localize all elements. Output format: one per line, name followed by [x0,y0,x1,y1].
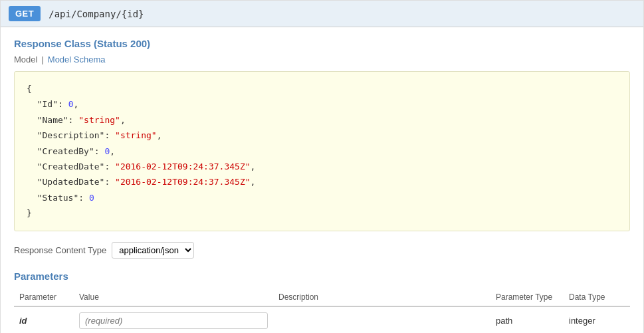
api-body: Response Class (Status 200) Model | Mode… [1,27,643,333]
field-updateddate-value: "2016-02-12T09:24:37.345Z" [115,177,251,187]
param-description-cell [273,306,490,333]
param-name-cell: id [14,306,74,333]
field-createddate-key: "CreatedDate": [27,162,115,171]
param-datatype-cell: integer [564,306,630,333]
col-header-datatype: Data Type [564,288,630,306]
param-value-input[interactable] [79,312,268,329]
field-createddate-value: "2016-02-12T09:24:37.345Z" [115,162,251,171]
api-path: /api/Company/{id} [49,9,144,19]
model-schema-tab[interactable]: Model Schema [48,55,106,64]
content-type-select[interactable]: application/json [112,242,194,259]
table-header-row: Parameter Value Description Parameter Ty… [14,288,630,306]
parameters-title: Parameters [14,271,630,282]
api-header: GET /api/Company/{id} [1,1,643,27]
content-type-row: Response Content Type application/json [14,242,630,259]
field-desc-value: "string" [115,130,157,140]
col-header-paramtype: Parameter Type [490,288,564,306]
param-datatype: integer [569,316,595,326]
field-status-value: 0 [89,193,94,203]
field-desc-key: "Description": [27,130,115,140]
param-type: path [496,316,512,326]
col-header-value: Value [74,288,273,306]
col-header-description: Description [273,288,490,306]
field-updateddate-key: "UpdatedDate": [27,177,115,187]
table-row: id path integer [14,306,630,333]
model-label: Model [14,55,37,64]
content-type-label: Response Content Type [14,245,106,255]
api-container: GET /api/Company/{id} Response Class (St… [0,0,644,333]
field-name-value: "string" [78,115,120,125]
open-bracket: { [27,84,32,94]
close-bracket: } [27,208,32,218]
tab-separator: | [41,55,43,64]
col-header-parameter: Parameter [14,288,74,306]
schema-box: { "Id": 0, "Name": "string", "Descriptio… [14,71,630,231]
parameters-table: Parameter Value Description Parameter Ty… [14,288,630,333]
model-tabs: Model | Model Schema [14,55,630,64]
field-name-key: "Name": [27,115,78,125]
method-badge: GET [9,6,41,21]
param-value-cell [74,306,273,333]
param-name: id [19,316,27,326]
field-createdby-key: "CreatedBy": [27,146,104,156]
response-class-title: Response Class (Status 200) [14,38,630,49]
field-id-key: "Id": [27,99,68,109]
param-type-cell: path [490,306,564,333]
field-status-key: "Status": [27,193,89,203]
